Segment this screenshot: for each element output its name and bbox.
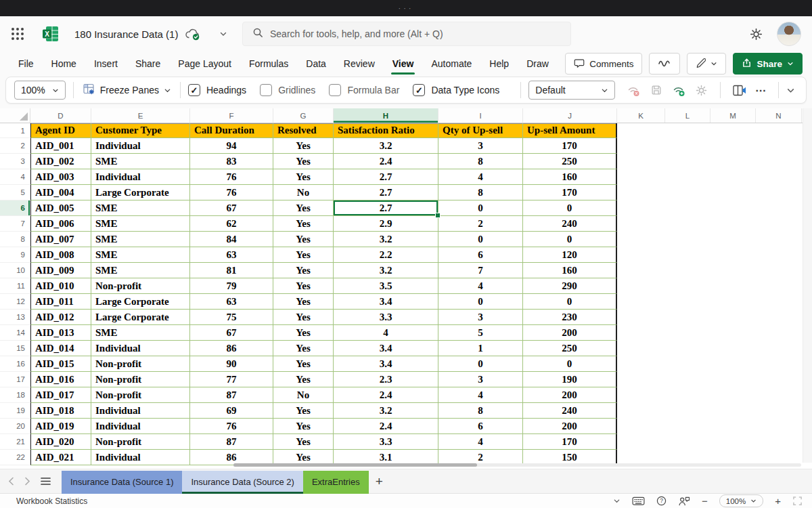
table-header-customer-type[interactable]: Customer Type	[91, 123, 190, 138]
zoom-in-button[interactable]: +	[775, 496, 781, 506]
excel-app-icon[interactable]: X	[42, 25, 60, 43]
workbook-statistics-button[interactable]: Workbook Statistics	[16, 496, 87, 506]
cell-f10[interactable]: 81	[190, 263, 273, 278]
cell-d6[interactable]: AID_005	[30, 200, 91, 216]
cell-h2[interactable]: 3.2	[334, 138, 438, 154]
cell-g21[interactable]: Yes	[273, 434, 334, 450]
row-header-21[interactable]: 21	[0, 434, 30, 450]
sheet-tab-extraentries[interactable]: ExtraEntries	[303, 471, 369, 494]
freeze-panes-button[interactable]: Freeze Panes	[81, 83, 173, 98]
menu-item-formulas[interactable]: Formulas	[240, 54, 297, 74]
cell-e2[interactable]: Individual	[91, 138, 190, 154]
fullscreen-icon[interactable]	[792, 496, 803, 506]
row-header-9[interactable]: 9	[0, 247, 30, 263]
add-sheet-button[interactable]: +	[376, 475, 383, 488]
menu-item-home[interactable]: Home	[43, 54, 85, 74]
cell-j4[interactable]: 160	[523, 169, 617, 185]
exit-sheet-view-icon[interactable]	[625, 81, 642, 99]
column-header-g[interactable]: G	[273, 108, 334, 123]
cell-i3[interactable]: 8	[438, 154, 523, 169]
cell-e15[interactable]: Individual	[91, 341, 190, 356]
menu-item-page-layout[interactable]: Page Layout	[169, 54, 240, 74]
menu-item-help[interactable]: Help	[480, 54, 518, 74]
table-header-up-sell-amount[interactable]: Up-sell Amount	[523, 123, 617, 138]
search-input[interactable]	[270, 28, 561, 39]
cell-i9[interactable]: 6	[438, 247, 523, 263]
cell-h17[interactable]: 2.3	[334, 372, 438, 387]
cell-f9[interactable]: 63	[190, 247, 273, 263]
cell-g2[interactable]: Yes	[273, 138, 334, 154]
cell-i13[interactable]: 3	[438, 310, 523, 325]
row-header-14[interactable]: 14	[0, 325, 30, 341]
cell-d16[interactable]: AID_015	[30, 356, 91, 372]
cell-j17[interactable]: 190	[523, 372, 617, 387]
cell-i20[interactable]: 6	[438, 419, 523, 434]
cell-j9[interactable]: 120	[523, 247, 617, 263]
cell-d8[interactable]: AID_007	[30, 232, 91, 247]
cell-g4[interactable]: Yes	[273, 169, 334, 185]
share-button[interactable]: Share	[733, 53, 803, 75]
cell-j3[interactable]: 250	[523, 154, 617, 169]
cell-e8[interactable]: SME	[91, 232, 190, 247]
cell-f15[interactable]: 86	[190, 341, 273, 356]
cell-j18[interactable]: 200	[523, 387, 617, 403]
help-icon[interactable]: ?	[656, 496, 667, 506]
horizontal-scrollbar[interactable]	[233, 463, 801, 467]
column-header-f[interactable]: F	[190, 108, 273, 123]
cell-f7[interactable]: 62	[190, 216, 273, 232]
cell-j12[interactable]: 0	[523, 294, 617, 310]
cell-i11[interactable]: 4	[438, 278, 523, 294]
cell-e11[interactable]: Non-profit	[91, 278, 190, 294]
new-sheet-view-icon[interactable]	[670, 81, 687, 99]
sheet-view-options-gear-icon[interactable]	[693, 81, 710, 99]
row-header-19[interactable]: 19	[0, 403, 30, 419]
column-header-i[interactable]: I	[438, 108, 523, 123]
cell-f16[interactable]: 90	[190, 356, 273, 372]
cell-j7[interactable]: 240	[523, 216, 617, 232]
cell-f6[interactable]: 67	[190, 200, 273, 216]
editing-mode-button[interactable]	[687, 53, 726, 75]
cell-i12[interactable]: 0	[438, 294, 523, 310]
cell-i4[interactable]: 4	[438, 169, 523, 185]
cell-h18[interactable]: 2.4	[334, 387, 438, 403]
cell-i14[interactable]: 5	[438, 325, 523, 341]
column-header-h[interactable]: H	[334, 108, 438, 123]
cell-j20[interactable]: 200	[523, 419, 617, 434]
cell-d19[interactable]: AID_018	[30, 403, 91, 419]
row-header-7[interactable]: 7	[0, 216, 30, 232]
cell-g14[interactable]: Yes	[273, 325, 334, 341]
row-header-6[interactable]: 6	[0, 200, 30, 216]
cell-d15[interactable]: AID_014	[30, 341, 91, 356]
sheet-tab-insurance-data-source-2[interactable]: Insurance Data (Source 2)	[182, 471, 302, 494]
all-sheets-menu-icon[interactable]	[41, 477, 51, 486]
zoom-dropdown[interactable]: 100%	[14, 81, 66, 100]
row-header-1[interactable]: 1	[0, 123, 30, 138]
vertical-scrollbar[interactable]	[803, 108, 812, 463]
cell-g10[interactable]: Yes	[273, 263, 334, 278]
cell-h7[interactable]: 2.9	[334, 216, 438, 232]
feedback-icon[interactable]	[678, 496, 690, 506]
catch-up-activity-button[interactable]	[649, 53, 680, 75]
cell-h3[interactable]: 2.4	[334, 154, 438, 169]
cell-d5[interactable]: AID_004	[30, 185, 91, 200]
cell-d18[interactable]: AID_017	[30, 387, 91, 403]
checkbox-gridlines[interactable]: Gridlines	[260, 84, 315, 96]
cell-j13[interactable]: 230	[523, 310, 617, 325]
cell-d11[interactable]: AID_010	[30, 278, 91, 294]
cell-h13[interactable]: 3.3	[334, 310, 438, 325]
column-header-d[interactable]: D	[30, 108, 91, 123]
cell-e18[interactable]: Non-profit	[91, 387, 190, 403]
cell-h4[interactable]: 2.7	[334, 169, 438, 185]
cell-g8[interactable]: Yes	[273, 232, 334, 247]
cell-i16[interactable]: 0	[438, 356, 523, 372]
table-header-satisfaction-ratio[interactable]: Satisfaction Ratio	[334, 123, 438, 138]
cell-e12[interactable]: Large Corporate	[91, 294, 190, 310]
app-launcher-waffle-icon[interactable]	[11, 27, 24, 41]
horizontal-scrollbar-thumb[interactable]	[233, 463, 477, 467]
cell-g12[interactable]: Yes	[273, 294, 334, 310]
cloud-saved-icon[interactable]	[185, 28, 200, 41]
row-header-5[interactable]: 5	[0, 185, 30, 200]
cell-i2[interactable]: 3	[438, 138, 523, 154]
user-avatar[interactable]	[777, 22, 801, 46]
cell-i17[interactable]: 3	[438, 372, 523, 387]
